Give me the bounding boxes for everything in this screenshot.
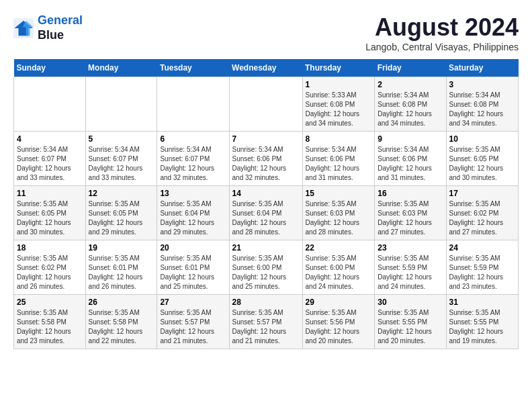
day-number: 23 — [378, 243, 443, 253]
day-number: 31 — [449, 298, 516, 307]
day-number: 13 — [160, 189, 226, 198]
calendar-header-row: SundayMondayTuesdayWednesdayThursdayFrid… — [14, 59, 519, 77]
day-info: Sunrise: 5:35 AMSunset: 6:02 PMDaylight:… — [449, 199, 516, 237]
calendar-cell: 1Sunrise: 5:33 AMSunset: 6:08 PMDaylight… — [302, 77, 375, 132]
calendar-week-row: 25Sunrise: 5:35 AMSunset: 5:58 PMDayligh… — [14, 295, 519, 349]
day-info: Sunrise: 5:35 AMSunset: 6:04 PMDaylight:… — [160, 199, 226, 237]
logo-icon — [13, 18, 34, 38]
day-info: Sunrise: 5:35 AMSunset: 5:56 PMDaylight:… — [306, 308, 372, 346]
day-info: Sunrise: 5:35 AMSunset: 6:01 PMDaylight:… — [160, 254, 226, 291]
calendar-cell: 9Sunrise: 5:34 AMSunset: 6:06 PMDaylight… — [375, 132, 446, 186]
day-info: Sunrise: 5:35 AMSunset: 5:55 PMDaylight:… — [449, 308, 516, 346]
calendar-cell: 6Sunrise: 5:34 AMSunset: 6:07 PMDaylight… — [157, 132, 229, 186]
day-info: Sunrise: 5:35 AMSunset: 6:01 PMDaylight:… — [89, 254, 154, 291]
day-info: Sunrise: 5:35 AMSunset: 6:02 PMDaylight:… — [17, 254, 83, 291]
day-number: 9 — [378, 134, 443, 144]
calendar-cell: 17Sunrise: 5:35 AMSunset: 6:02 PMDayligh… — [446, 186, 519, 240]
day-info: Sunrise: 5:35 AMSunset: 6:05 PMDaylight:… — [89, 199, 154, 237]
day-number: 29 — [306, 298, 372, 307]
day-number: 21 — [232, 243, 300, 253]
day-number: 26 — [89, 298, 154, 307]
day-info: Sunrise: 5:35 AMSunset: 5:58 PMDaylight:… — [17, 308, 83, 346]
calendar-cell: 21Sunrise: 5:35 AMSunset: 6:00 PMDayligh… — [229, 240, 302, 295]
day-info: Sunrise: 5:35 AMSunset: 5:59 PMDaylight:… — [378, 254, 443, 291]
day-number: 17 — [449, 189, 516, 198]
day-number: 20 — [160, 243, 226, 253]
day-info: Sunrise: 5:35 AMSunset: 6:03 PMDaylight:… — [378, 199, 443, 237]
day-header-sunday: Sunday — [14, 59, 86, 77]
day-header-saturday: Saturday — [446, 59, 519, 77]
calendar-week-row: 11Sunrise: 5:35 AMSunset: 6:05 PMDayligh… — [14, 186, 519, 240]
day-info: Sunrise: 5:35 AMSunset: 6:04 PMDaylight:… — [232, 199, 300, 237]
day-header-wednesday: Wednesday — [229, 59, 302, 77]
calendar-cell: 20Sunrise: 5:35 AMSunset: 6:01 PMDayligh… — [157, 240, 229, 295]
day-info: Sunrise: 5:34 AMSunset: 6:08 PMDaylight:… — [378, 91, 443, 128]
day-number: 28 — [232, 298, 300, 307]
calendar-cell: 5Sunrise: 5:34 AMSunset: 6:07 PMDaylight… — [85, 132, 157, 186]
logo-text: General Blue — [38, 13, 83, 42]
day-number: 3 — [449, 80, 516, 89]
calendar-cell: 14Sunrise: 5:35 AMSunset: 6:04 PMDayligh… — [229, 186, 302, 240]
calendar-cell: 31Sunrise: 5:35 AMSunset: 5:55 PMDayligh… — [446, 295, 519, 349]
day-info: Sunrise: 5:34 AMSunset: 6:06 PMDaylight:… — [378, 145, 443, 183]
calendar-cell: 12Sunrise: 5:35 AMSunset: 6:05 PMDayligh… — [85, 186, 157, 240]
calendar-cell: 16Sunrise: 5:35 AMSunset: 6:03 PMDayligh… — [375, 186, 446, 240]
calendar-cell: 23Sunrise: 5:35 AMSunset: 5:59 PMDayligh… — [375, 240, 446, 295]
day-number: 11 — [17, 189, 83, 198]
day-info: Sunrise: 5:35 AMSunset: 6:00 PMDaylight:… — [306, 254, 372, 291]
calendar-cell: 29Sunrise: 5:35 AMSunset: 5:56 PMDayligh… — [302, 295, 375, 349]
calendar-cell: 3Sunrise: 5:34 AMSunset: 6:08 PMDaylight… — [446, 77, 519, 132]
calendar-cell — [157, 77, 229, 132]
calendar-cell: 30Sunrise: 5:35 AMSunset: 5:55 PMDayligh… — [375, 295, 446, 349]
day-info: Sunrise: 5:34 AMSunset: 6:07 PMDaylight:… — [160, 145, 226, 183]
day-number: 1 — [306, 80, 372, 89]
calendar-cell: 25Sunrise: 5:35 AMSunset: 5:58 PMDayligh… — [14, 295, 86, 349]
calendar-cell: 24Sunrise: 5:35 AMSunset: 5:59 PMDayligh… — [446, 240, 519, 295]
calendar-cell: 13Sunrise: 5:35 AMSunset: 6:04 PMDayligh… — [157, 186, 229, 240]
day-info: Sunrise: 5:34 AMSunset: 6:06 PMDaylight:… — [306, 145, 372, 183]
calendar-table: SundayMondayTuesdayWednesdayThursdayFrid… — [13, 59, 519, 349]
day-info: Sunrise: 5:34 AMSunset: 6:06 PMDaylight:… — [232, 145, 300, 183]
calendar-cell: 4Sunrise: 5:34 AMSunset: 6:07 PMDaylight… — [14, 132, 86, 186]
day-info: Sunrise: 5:34 AMSunset: 6:07 PMDaylight:… — [89, 145, 154, 183]
day-number: 24 — [449, 243, 516, 253]
calendar-cell: 28Sunrise: 5:35 AMSunset: 5:57 PMDayligh… — [229, 295, 302, 349]
day-number: 7 — [232, 134, 300, 144]
calendar-cell: 11Sunrise: 5:35 AMSunset: 6:05 PMDayligh… — [14, 186, 86, 240]
day-header-tuesday: Tuesday — [157, 59, 229, 77]
day-number: 2 — [378, 80, 443, 89]
day-number: 14 — [232, 189, 300, 198]
subtitle: Langob, Central Visayas, Philippines — [365, 42, 519, 52]
day-number: 30 — [378, 298, 443, 307]
calendar-cell: 18Sunrise: 5:35 AMSunset: 6:02 PMDayligh… — [14, 240, 86, 295]
title-block: August 2024 Langob, Central Visayas, Phi… — [365, 13, 519, 52]
calendar-cell: 2Sunrise: 5:34 AMSunset: 6:08 PMDaylight… — [375, 77, 446, 132]
day-number: 16 — [378, 189, 443, 198]
page-header: General Blue August 2024 Langob, Central… — [13, 13, 519, 52]
day-info: Sunrise: 5:35 AMSunset: 6:00 PMDaylight:… — [232, 254, 300, 291]
calendar-cell: 7Sunrise: 5:34 AMSunset: 6:06 PMDaylight… — [229, 132, 302, 186]
day-number: 8 — [306, 134, 372, 144]
day-number: 18 — [17, 243, 83, 253]
day-number: 12 — [89, 189, 154, 198]
day-info: Sunrise: 5:34 AMSunset: 6:08 PMDaylight:… — [449, 91, 516, 128]
logo: General Blue — [13, 13, 83, 42]
day-number: 27 — [160, 298, 226, 307]
day-info: Sunrise: 5:35 AMSunset: 6:03 PMDaylight:… — [306, 199, 372, 237]
day-info: Sunrise: 5:35 AMSunset: 6:05 PMDaylight:… — [449, 145, 516, 183]
calendar-cell: 19Sunrise: 5:35 AMSunset: 6:01 PMDayligh… — [85, 240, 157, 295]
calendar-cell: 26Sunrise: 5:35 AMSunset: 5:58 PMDayligh… — [85, 295, 157, 349]
day-number: 5 — [89, 134, 154, 144]
calendar-week-row: 1Sunrise: 5:33 AMSunset: 6:08 PMDaylight… — [14, 77, 519, 132]
day-header-monday: Monday — [85, 59, 157, 77]
day-info: Sunrise: 5:33 AMSunset: 6:08 PMDaylight:… — [306, 91, 372, 128]
main-title: August 2024 — [365, 13, 519, 42]
day-number: 10 — [449, 134, 516, 144]
day-number: 4 — [17, 134, 83, 144]
day-number: 25 — [17, 298, 83, 307]
day-number: 19 — [89, 243, 154, 253]
day-info: Sunrise: 5:35 AMSunset: 5:55 PMDaylight:… — [378, 308, 443, 346]
day-info: Sunrise: 5:34 AMSunset: 6:07 PMDaylight:… — [17, 145, 83, 183]
day-number: 6 — [160, 134, 226, 144]
calendar-week-row: 4Sunrise: 5:34 AMSunset: 6:07 PMDaylight… — [14, 132, 519, 186]
